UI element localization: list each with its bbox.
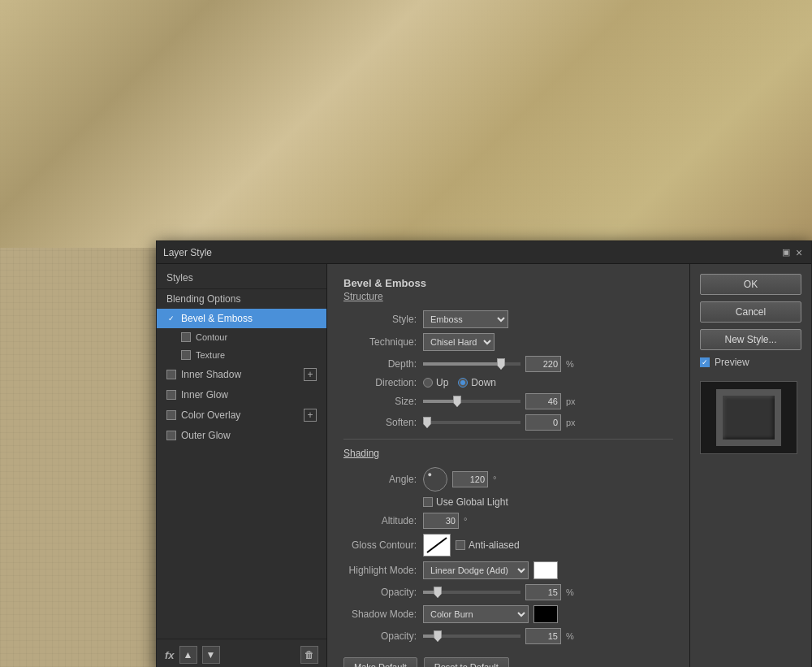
- shadow-opacity-label: Opacity:: [343, 630, 417, 642]
- preview-toggle[interactable]: ✓ Preview: [700, 357, 801, 368]
- use-global-light-checkbox[interactable]: [423, 497, 433, 507]
- anti-aliased-item[interactable]: Anti-aliased: [456, 539, 520, 551]
- depth-thumb[interactable]: [497, 358, 505, 370]
- anti-aliased-checkbox[interactable]: [456, 540, 465, 550]
- depth-row: Depth: %: [343, 356, 673, 372]
- soften-thumb[interactable]: [423, 417, 431, 428]
- shadow-mode-row: Shadow Mode: Normal Multiply Color Burn …: [343, 605, 673, 623]
- angle-dial[interactable]: [423, 467, 447, 492]
- altitude-control: °: [423, 513, 673, 529]
- highlight-mode-row: Highlight Mode: Normal Linear Dodge (Add…: [343, 561, 673, 579]
- highlight-opacity-value[interactable]: [525, 584, 561, 600]
- sidebar-item-contour[interactable]: Contour: [157, 328, 326, 346]
- soften-slider[interactable]: [423, 421, 520, 424]
- layer-style-dialog: Layer Style ▣ × Styles Blending Options …: [156, 240, 812, 667]
- sidebar-item-bevel-emboss[interactable]: ✓ Bevel & Emboss: [157, 309, 326, 328]
- shadow-color-swatch[interactable]: [533, 605, 558, 623]
- size-control: px: [423, 393, 673, 409]
- outer-glow-checkbox[interactable]: [166, 431, 176, 440]
- shadow-opacity-value[interactable]: [525, 628, 561, 644]
- inner-shadow-checkbox[interactable]: [166, 370, 176, 379]
- highlight-mode-select[interactable]: Normal Linear Dodge (Add) Screen Multipl…: [423, 561, 529, 579]
- highlight-opacity-control: %: [423, 584, 673, 600]
- preview-checkbox[interactable]: ✓: [700, 357, 710, 367]
- size-label: Size:: [343, 396, 417, 407]
- altitude-value[interactable]: [423, 513, 459, 529]
- titlebar-controls: ▣ ×: [782, 247, 805, 258]
- style-select[interactable]: Emboss Outer Bevel Inner Bevel Pillow Em…: [423, 310, 508, 328]
- angle-unit: °: [493, 474, 506, 484]
- color-overlay-add-button[interactable]: +: [304, 409, 317, 422]
- sidebar-item-outer-glow[interactable]: Outer Glow: [157, 426, 326, 445]
- technique-select[interactable]: Smooth Chisel Hard Chisel Soft: [423, 333, 495, 351]
- dialog-title: Layer Style: [163, 247, 212, 258]
- gloss-contour-preview[interactable]: [423, 534, 451, 557]
- new-style-button[interactable]: New Style...: [700, 329, 801, 350]
- altitude-row: Altitude: °: [343, 513, 673, 529]
- right-panel: OK Cancel New Style... ✓ Preview: [689, 264, 811, 667]
- shadow-mode-select[interactable]: Normal Multiply Color Burn Screen Dissol…: [423, 605, 529, 623]
- texture-checkbox[interactable]: [181, 350, 191, 360]
- size-thumb[interactable]: [453, 396, 461, 407]
- highlight-mode-label: Highlight Mode:: [343, 565, 417, 576]
- gloss-contour-label: Gloss Contour:: [343, 539, 417, 551]
- delete-button[interactable]: 🗑: [300, 646, 318, 664]
- angle-value[interactable]: [452, 471, 488, 487]
- highlight-color-swatch[interactable]: [533, 561, 558, 579]
- highlight-opacity-slider[interactable]: [423, 591, 520, 594]
- blending-options-item[interactable]: Blending Options: [157, 289, 326, 309]
- style-control: Emboss Outer Bevel Inner Bevel Pillow Em…: [423, 310, 673, 328]
- depth-value[interactable]: [525, 356, 561, 372]
- shadow-mode-control: Normal Multiply Color Burn Screen Dissol…: [423, 605, 558, 623]
- move-down-button[interactable]: ▼: [202, 646, 220, 664]
- shadow-opacity-slider[interactable]: [423, 635, 520, 638]
- sidebar-item-texture[interactable]: Texture: [157, 346, 326, 364]
- soften-row: Soften: px: [343, 414, 673, 431]
- depth-unit: %: [566, 359, 579, 369]
- move-up-button[interactable]: ▲: [179, 646, 197, 664]
- ok-button[interactable]: OK: [700, 274, 801, 295]
- global-light-row: Use Global Light: [343, 496, 673, 508]
- highlight-opacity-row: Opacity: %: [343, 584, 673, 600]
- sidebar-item-inner-shadow[interactable]: Inner Shadow +: [157, 364, 326, 385]
- inner-shadow-add-button[interactable]: +: [304, 368, 317, 381]
- angle-row: Angle: °: [343, 467, 673, 492]
- depth-slider[interactable]: [423, 362, 520, 366]
- angle-label: Angle:: [343, 474, 417, 485]
- bottom-buttons: Make Default Reset to Default: [343, 649, 673, 667]
- depth-label: Depth:: [343, 358, 417, 370]
- left-panel-footer: fx ▲ ▼ 🗑: [157, 639, 326, 667]
- close-button[interactable]: ×: [793, 247, 805, 258]
- size-value[interactable]: [525, 393, 561, 409]
- highlight-opacity-label: Opacity:: [343, 587, 417, 598]
- reset-to-default-button[interactable]: Reset to Default: [424, 657, 509, 667]
- direction-up-radio[interactable]: [423, 378, 433, 388]
- size-slider[interactable]: [423, 400, 520, 403]
- angle-indicator: [428, 473, 432, 477]
- shadow-opacity-thumb[interactable]: [434, 630, 442, 642]
- sidebar-item-inner-glow[interactable]: Inner Glow: [157, 385, 326, 405]
- highlight-opacity-unit: %: [566, 587, 579, 597]
- altitude-unit: °: [464, 516, 477, 526]
- fx-label: fx: [165, 649, 175, 661]
- sidebar-item-color-overlay[interactable]: Color Overlay +: [157, 405, 326, 426]
- soften-value[interactable]: [525, 414, 561, 431]
- color-overlay-checkbox[interactable]: [166, 410, 176, 420]
- direction-down-radio[interactable]: [458, 378, 468, 388]
- dialog-titlebar: Layer Style ▣ ×: [157, 241, 811, 264]
- soften-control: px: [423, 414, 673, 431]
- direction-label: Direction:: [343, 377, 417, 388]
- bevel-emboss-checkbox[interactable]: ✓: [166, 314, 176, 323]
- highlight-opacity-thumb[interactable]: [434, 587, 442, 598]
- highlight-mode-control: Normal Linear Dodge (Add) Screen Multipl…: [423, 561, 558, 579]
- inner-glow-checkbox[interactable]: [166, 390, 176, 400]
- make-default-button[interactable]: Make Default: [343, 657, 417, 667]
- cancel-button[interactable]: Cancel: [700, 301, 801, 323]
- contour-checkbox[interactable]: [181, 332, 191, 342]
- shadow-opacity-unit: %: [566, 631, 579, 641]
- soften-label: Soften:: [343, 417, 417, 428]
- size-unit: px: [566, 396, 579, 406]
- direction-up-option[interactable]: Up: [423, 377, 448, 388]
- direction-down-option[interactable]: Down: [458, 377, 496, 388]
- use-global-light-item[interactable]: Use Global Light: [423, 496, 508, 508]
